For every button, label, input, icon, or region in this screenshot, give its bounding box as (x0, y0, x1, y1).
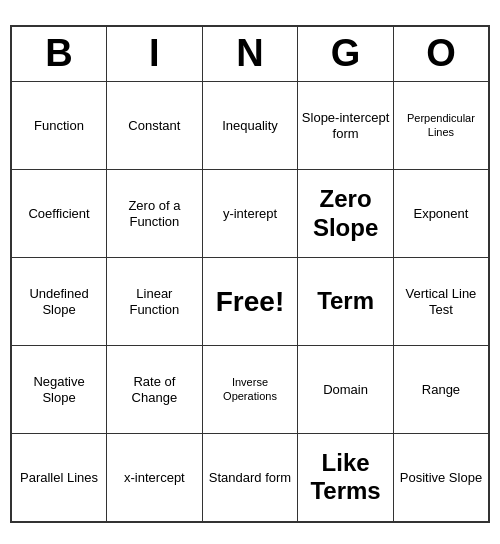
cell-2-0: Undefined Slope (11, 258, 107, 346)
cell-3-3: Domain (298, 346, 394, 434)
cell-2-1: Linear Function (107, 258, 203, 346)
grid-row-1: CoefficientZero of a Functiony-intereptZ… (11, 170, 489, 258)
cell-2-3: Term (298, 258, 394, 346)
cell-1-4: Exponent (393, 170, 489, 258)
cell-4-0: Parallel Lines (11, 434, 107, 522)
cell-3-0: Negative Slope (11, 346, 107, 434)
cell-3-4: Range (393, 346, 489, 434)
grid-row-0: FunctionConstantInequalitySlope-intercep… (11, 82, 489, 170)
bingo-grid: B I N G O FunctionConstantInequalitySlop… (10, 25, 490, 522)
cell-1-0: Coefficient (11, 170, 107, 258)
cell-1-2: y-interept (202, 170, 298, 258)
cell-2-2: Free! (202, 258, 298, 346)
cell-0-2: Inequality (202, 82, 298, 170)
cell-3-1: Rate of Change (107, 346, 203, 434)
letter-n: N (202, 26, 298, 81)
cell-4-1: x-intercept (107, 434, 203, 522)
letter-i: I (107, 26, 203, 81)
cell-0-4: Perpendicular Lines (393, 82, 489, 170)
cell-4-2: Standard form (202, 434, 298, 522)
cell-1-3: Zero Slope (298, 170, 394, 258)
bingo-container: B I N G O FunctionConstantInequalitySlop… (10, 21, 490, 522)
cell-1-1: Zero of a Function (107, 170, 203, 258)
cell-0-1: Constant (107, 82, 203, 170)
cell-0-3: Slope-intercept form (298, 82, 394, 170)
cell-2-4: Vertical Line Test (393, 258, 489, 346)
letter-b: B (11, 26, 107, 81)
grid-row-2: Undefined SlopeLinear FunctionFree!TermV… (11, 258, 489, 346)
grid-row-3: Negative SlopeRate of ChangeInverse Oper… (11, 346, 489, 434)
cell-0-0: Function (11, 82, 107, 170)
cell-4-4: Positive Slope (393, 434, 489, 522)
grid-row-4: Parallel Linesx-interceptStandard formLi… (11, 434, 489, 522)
cell-3-2: Inverse Operations (202, 346, 298, 434)
letter-o: O (393, 26, 489, 81)
header-row: B I N G O (11, 26, 489, 81)
cell-4-3: Like Terms (298, 434, 394, 522)
letter-g: G (298, 26, 394, 81)
